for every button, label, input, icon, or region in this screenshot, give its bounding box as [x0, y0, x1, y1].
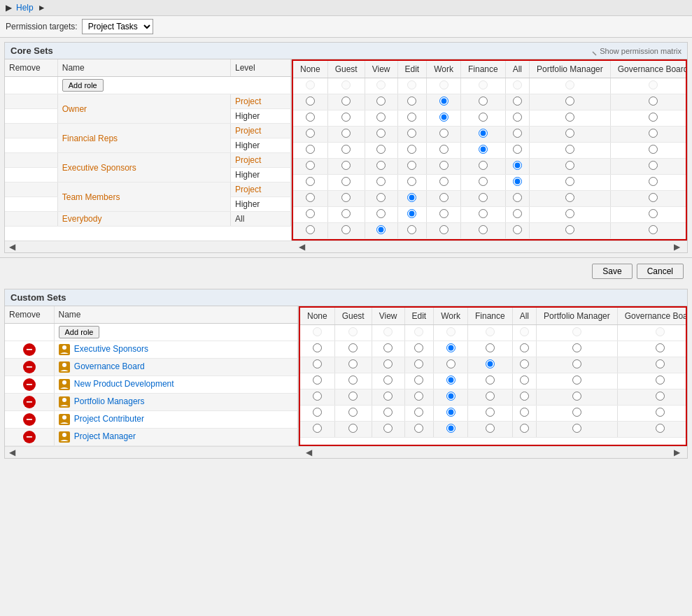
radio-c-execspons-view[interactable] [383, 343, 393, 352]
radio-r0-guest[interactable] [341, 80, 351, 89]
radio-finreps-proj-edit[interactable] [407, 129, 416, 138]
radio-r0-all[interactable] [513, 80, 522, 89]
radio-owner-higher-edit[interactable] [407, 113, 416, 122]
radio-team-proj-guest[interactable] [341, 193, 351, 202]
radio-c-projcontrib-work[interactable] [446, 408, 456, 417]
radio-c-projcontrib-finance[interactable] [486, 408, 495, 417]
govboard-custom-link[interactable]: Governance Board [74, 361, 145, 371]
radio-c-govboard-edit[interactable] [414, 359, 423, 368]
radio-everybody-work[interactable] [439, 225, 449, 234]
radio-c-npd-gb[interactable] [656, 375, 665, 385]
projmgr-custom-remove-btn[interactable]: − [23, 431, 36, 443]
radio-execspons-higher-guest[interactable] [341, 177, 351, 186]
radio-execspons-proj-all[interactable] [513, 161, 522, 170]
radio-team-higher-gb[interactable] [649, 209, 658, 218]
radio-c-npd-work[interactable] [446, 375, 456, 385]
execspons-custom-link[interactable]: Executive Sponsors [74, 344, 148, 354]
radio-owner-higher-all[interactable] [513, 113, 522, 122]
radio-c-npd-all[interactable] [520, 375, 529, 385]
radio-c-govboard-guest[interactable] [348, 359, 358, 368]
radio-team-proj-view[interactable] [376, 193, 386, 202]
radio-finreps-proj-view[interactable] [376, 129, 386, 138]
radio-execspons-higher-none[interactable] [306, 177, 315, 186]
radio-finreps-proj-finance[interactable] [479, 129, 488, 138]
radio-c-npd-edit[interactable] [414, 375, 423, 385]
radio-c-execspons-work[interactable] [446, 343, 456, 352]
radio-c0-all[interactable] [520, 327, 529, 336]
radio-c-projmgr-finance[interactable] [486, 424, 495, 433]
radio-team-proj-all[interactable] [513, 193, 522, 202]
custom-scroll-right[interactable]: ▶ [670, 447, 684, 457]
radio-c-portmgr-edit[interactable] [414, 392, 423, 401]
projcontrib-custom-remove-btn[interactable]: − [23, 413, 36, 426]
radio-execspons-proj-none[interactable] [306, 161, 315, 170]
radio-everybody-guest[interactable] [341, 225, 351, 234]
radio-execspons-higher-edit[interactable] [407, 177, 416, 186]
radio-owner-proj-work[interactable] [439, 96, 449, 106]
npd-custom-remove-btn[interactable]: − [23, 378, 36, 391]
radio-team-higher-work[interactable] [439, 209, 449, 218]
core-scroll-right[interactable]: ▶ [670, 242, 684, 252]
radio-c-execspons-gb[interactable] [656, 343, 665, 352]
radio-c-portmgr-all[interactable] [520, 392, 529, 401]
radio-c-execspons-guest[interactable] [348, 343, 358, 352]
help-link[interactable]: Help [16, 3, 34, 13]
radio-team-proj-work[interactable] [439, 193, 449, 202]
radio-c-projcontrib-gb[interactable] [656, 408, 665, 417]
custom-add-role-button[interactable]: Add role [59, 326, 100, 338]
radio-c-npd-finance[interactable] [486, 375, 495, 385]
radio-team-proj-gb[interactable] [649, 193, 658, 202]
radio-c-npd-view[interactable] [383, 375, 393, 385]
radio-execspons-proj-gb[interactable] [649, 161, 658, 170]
radio-everybody-edit[interactable] [407, 225, 416, 234]
radio-finreps-higher-edit[interactable] [407, 145, 416, 154]
radio-c-portmgr-work[interactable] [446, 392, 456, 401]
core-add-role-button[interactable]: Add role [62, 79, 104, 92]
radio-finreps-higher-guest[interactable] [341, 145, 351, 154]
radio-c-projcontrib-none[interactable] [313, 408, 322, 417]
radio-c-projmgr-edit[interactable] [414, 424, 423, 433]
custom-left-arrow[interactable]: ◀ [5, 447, 20, 457]
radio-execspons-proj-edit[interactable] [407, 161, 416, 170]
radio-c-execspons-all[interactable] [520, 343, 529, 352]
radio-finreps-higher-gb[interactable] [649, 145, 658, 154]
radio-owner-higher-pm[interactable] [565, 113, 574, 122]
radio-c-govboard-gb[interactable] [656, 359, 665, 368]
radio-finreps-proj-guest[interactable] [341, 129, 351, 138]
radio-c0-view[interactable] [383, 327, 393, 336]
core-left-arrow[interactable]: ◀ [5, 242, 20, 252]
radio-everybody-view[interactable] [376, 225, 386, 234]
radio-r0-view[interactable] [376, 80, 386, 89]
radio-r0-pm[interactable] [565, 80, 574, 89]
radio-execspons-higher-view[interactable] [376, 177, 386, 186]
radio-r0-gb[interactable] [649, 80, 658, 89]
cancel-button[interactable]: Cancel [637, 264, 684, 279]
radio-owner-proj-pm[interactable] [565, 96, 574, 106]
radio-finreps-proj-work[interactable] [439, 129, 449, 138]
radio-execspons-higher-work[interactable] [439, 177, 449, 186]
radio-c-govboard-finance[interactable] [486, 359, 495, 368]
radio-c-npd-pm[interactable] [572, 375, 581, 385]
radio-owner-proj-gb[interactable] [649, 96, 658, 106]
radio-team-higher-finance[interactable] [479, 209, 488, 218]
radio-everybody-all[interactable] [513, 225, 522, 234]
radio-c-projmgr-pm[interactable] [572, 424, 581, 433]
radio-execspons-proj-finance[interactable] [479, 161, 488, 170]
projcontrib-custom-link[interactable]: Project Contributer [74, 414, 144, 424]
radio-c-portmgr-gb[interactable] [656, 392, 665, 401]
radio-finreps-higher-view[interactable] [376, 145, 386, 154]
radio-c-projcontrib-guest[interactable] [348, 408, 358, 417]
radio-c-portmgr-pm[interactable] [572, 392, 581, 401]
radio-c-npd-guest[interactable] [348, 375, 358, 385]
radio-execspons-proj-view[interactable] [376, 161, 386, 170]
radio-c-govboard-none[interactable] [313, 359, 322, 368]
radio-execspons-proj-pm[interactable] [565, 161, 574, 170]
permission-targets-select[interactable]: Project Tasks Project Portfolio [82, 19, 153, 34]
radio-c-execspons-finance[interactable] [486, 343, 495, 352]
radio-owner-proj-guest[interactable] [341, 96, 351, 106]
radio-r0-work[interactable] [439, 80, 449, 89]
radio-team-proj-none[interactable] [306, 193, 315, 202]
radio-owner-higher-guest[interactable] [341, 113, 351, 122]
radio-finreps-higher-none[interactable] [306, 145, 315, 154]
radio-c-projmgr-none[interactable] [313, 424, 322, 433]
